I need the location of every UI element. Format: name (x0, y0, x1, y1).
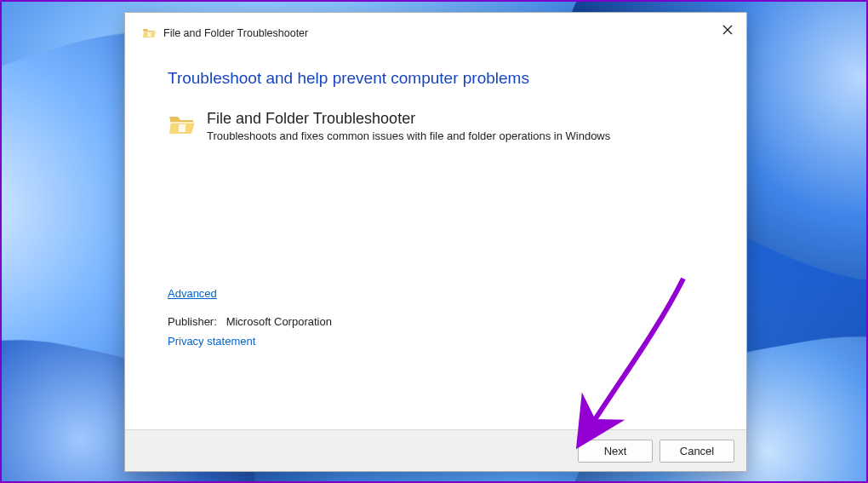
dialog-title: File and Folder Troubleshooter (163, 27, 308, 39)
publisher-label: Publisher: (168, 315, 217, 328)
close-icon (722, 25, 733, 35)
dialog-header: File and Folder Troubleshooter (125, 13, 746, 49)
advanced-link[interactable]: Advanced (168, 287, 217, 300)
svg-rect-0 (148, 33, 151, 37)
dialog-footer: Next Cancel (125, 429, 746, 471)
page-heading: Troubleshoot and help prevent computer p… (168, 69, 704, 88)
cancel-button[interactable]: Cancel (660, 440, 734, 463)
publisher-value: Microsoft Corporation (226, 315, 332, 328)
item-description: Troubleshoots and fixes common issues wi… (207, 129, 610, 142)
svg-rect-1 (179, 124, 186, 132)
publisher-row: Publisher: Microsoft Corporation (168, 315, 704, 328)
next-button[interactable]: Next (578, 440, 653, 463)
folder-open-icon (142, 26, 156, 40)
troubleshooter-item: File and Folder Troubleshooter Troublesh… (168, 110, 704, 142)
privacy-statement-link[interactable]: Privacy statement (168, 335, 255, 348)
troubleshooter-dialog: File and Folder Troubleshooter Troublesh… (124, 12, 747, 472)
dialog-body: Troubleshoot and help prevent computer p… (125, 49, 746, 429)
folder-open-icon (168, 112, 195, 139)
close-button[interactable] (714, 18, 741, 42)
item-title: File and Folder Troubleshooter (207, 110, 610, 128)
